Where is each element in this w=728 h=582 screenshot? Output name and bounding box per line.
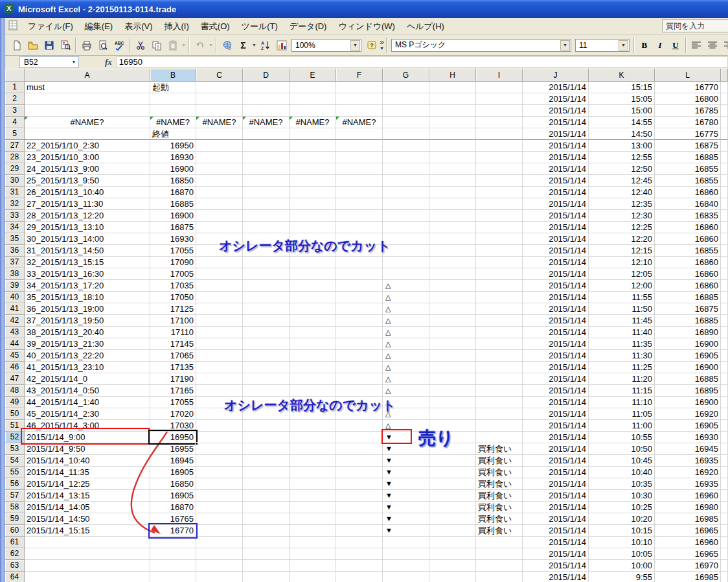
cell-C30[interactable] xyxy=(196,175,243,187)
cell-H36[interactable] xyxy=(429,245,476,257)
sort-ascending-button[interactable]: AZ xyxy=(257,38,273,53)
cell-F30[interactable] xyxy=(336,175,383,187)
align-left-button[interactable] xyxy=(688,38,705,53)
cell-L37[interactable]: 16860 xyxy=(655,257,721,268)
row-header-31[interactable]: 31 xyxy=(5,187,25,198)
cell-E31[interactable] xyxy=(290,187,336,198)
cell-D1[interactable] xyxy=(243,82,290,93)
menu-item[interactable]: ツール(T) xyxy=(236,19,284,33)
cell-A63[interactable] xyxy=(25,560,150,572)
cell-C41[interactable] xyxy=(196,303,243,315)
menu-item[interactable]: ファイル(F) xyxy=(22,19,79,33)
cell-A35[interactable]: 30_2015/1/13_14:00 xyxy=(25,233,150,245)
row-header-47[interactable]: 47 xyxy=(5,373,25,385)
cell-E37[interactable] xyxy=(290,257,336,268)
cell-B33[interactable]: 16900 xyxy=(150,210,196,222)
formula-input[interactable]: 16950 xyxy=(116,56,728,68)
cell-G59[interactable]: ▼ xyxy=(383,513,429,525)
cell-K32[interactable]: 12:35 xyxy=(589,198,655,210)
cell-K62[interactable]: 10:05 xyxy=(589,548,655,560)
row-header-4[interactable]: 4 xyxy=(5,117,25,128)
cell-L56[interactable]: 16935 xyxy=(655,478,721,490)
cell-J64[interactable]: 2015/1/14 xyxy=(523,572,589,582)
row-header-57[interactable]: 57 xyxy=(5,490,25,502)
cell-F39[interactable] xyxy=(336,280,383,292)
cell-L53[interactable]: 16945 xyxy=(655,443,721,455)
row-header-3[interactable]: 3 xyxy=(5,105,25,117)
cell-G4[interactable] xyxy=(383,117,429,128)
cell-K30[interactable]: 12:45 xyxy=(589,175,655,187)
cell-G37[interactable] xyxy=(383,257,429,268)
row-header-49[interactable]: 49 xyxy=(5,397,25,408)
cell-partial-64[interactable] xyxy=(721,572,728,582)
cell-C44[interactable] xyxy=(196,338,243,350)
cell-I44[interactable] xyxy=(476,338,523,350)
cell-D48[interactable] xyxy=(243,385,290,397)
cell-B2[interactable] xyxy=(150,93,196,105)
column-header-F[interactable]: F xyxy=(336,69,383,82)
cell-H41[interactable] xyxy=(429,303,476,315)
cell-A36[interactable]: 31_2015/1/13_14:50 xyxy=(25,245,150,257)
cell-D44[interactable] xyxy=(243,338,290,350)
cell-L36[interactable]: 16855 xyxy=(655,245,721,257)
cell-B32[interactable]: 16885 xyxy=(150,198,196,210)
fill-handle[interactable] xyxy=(195,442,198,445)
cell-F42[interactable] xyxy=(336,315,383,327)
cell-partial-57[interactable] xyxy=(721,490,728,502)
cell-C3[interactable] xyxy=(196,105,243,117)
cell-F27[interactable] xyxy=(336,140,383,152)
column-header-C[interactable]: C xyxy=(196,69,243,82)
cell-B37[interactable]: 17090 xyxy=(150,257,196,268)
cell-C53[interactable] xyxy=(196,443,243,455)
cell-C27[interactable] xyxy=(196,140,243,152)
cell-I36[interactable] xyxy=(476,245,523,257)
cell-D60[interactable] xyxy=(243,525,290,537)
cell-E55[interactable] xyxy=(290,467,336,478)
cell-C28[interactable] xyxy=(196,152,243,163)
cell-B45[interactable]: 17065 xyxy=(150,350,196,362)
cell-selection-border[interactable] xyxy=(148,430,198,445)
cell-E30[interactable] xyxy=(290,175,336,187)
cell-D40[interactable] xyxy=(243,292,290,303)
column-header-B[interactable]: B xyxy=(150,69,196,82)
cell-F56[interactable] xyxy=(336,478,383,490)
cell-G63[interactable] xyxy=(383,560,429,572)
column-header-A[interactable]: A xyxy=(25,69,150,82)
cell-J32[interactable]: 2015/1/14 xyxy=(523,198,589,210)
cell-L61[interactable]: 16960 xyxy=(655,537,721,548)
cell-A1[interactable]: must xyxy=(25,82,150,93)
cell-I61[interactable] xyxy=(476,537,523,548)
cell-D45[interactable] xyxy=(243,350,290,362)
cell-partial-53[interactable] xyxy=(721,443,728,455)
cell-G43[interactable]: △ xyxy=(383,327,429,338)
cell-partial-35[interactable] xyxy=(721,233,728,245)
cell-C31[interactable] xyxy=(196,187,243,198)
cell-A58[interactable]: 2015/1/14_14:05 xyxy=(25,502,150,513)
cell-D5[interactable] xyxy=(243,128,290,140)
cell-G55[interactable]: ▼ xyxy=(383,467,429,478)
cell-A62[interactable] xyxy=(25,548,150,560)
cell-G29[interactable] xyxy=(383,163,429,175)
cell-H57[interactable] xyxy=(429,490,476,502)
cell-A38[interactable]: 33_2015/1/13_16:30 xyxy=(25,268,150,280)
cell-C52[interactable] xyxy=(196,432,243,443)
row-header-29[interactable]: 29 xyxy=(5,163,25,175)
save-button[interactable] xyxy=(41,38,57,53)
cell-L46[interactable]: 16900 xyxy=(655,362,721,373)
print-preview-button[interactable] xyxy=(95,38,111,53)
row-header-48[interactable]: 48 xyxy=(5,385,25,397)
column-header-partial[interactable] xyxy=(721,69,728,82)
cell-H1[interactable] xyxy=(429,82,476,93)
row-header-27[interactable]: 27 xyxy=(5,140,25,152)
cell-G42[interactable]: △ xyxy=(383,315,429,327)
cell-F41[interactable] xyxy=(336,303,383,315)
undo-button[interactable] xyxy=(192,38,208,53)
cell-K61[interactable]: 10:10 xyxy=(589,537,655,548)
cell-D37[interactable] xyxy=(243,257,290,268)
cell-partial-46[interactable] xyxy=(721,362,728,373)
cell-K45[interactable]: 11:30 xyxy=(589,350,655,362)
cell-I31[interactable] xyxy=(476,187,523,198)
cell-D2[interactable] xyxy=(243,93,290,105)
cell-H28[interactable] xyxy=(429,152,476,163)
cell-A42[interactable]: 37_2015/1/13_19:50 xyxy=(25,315,150,327)
